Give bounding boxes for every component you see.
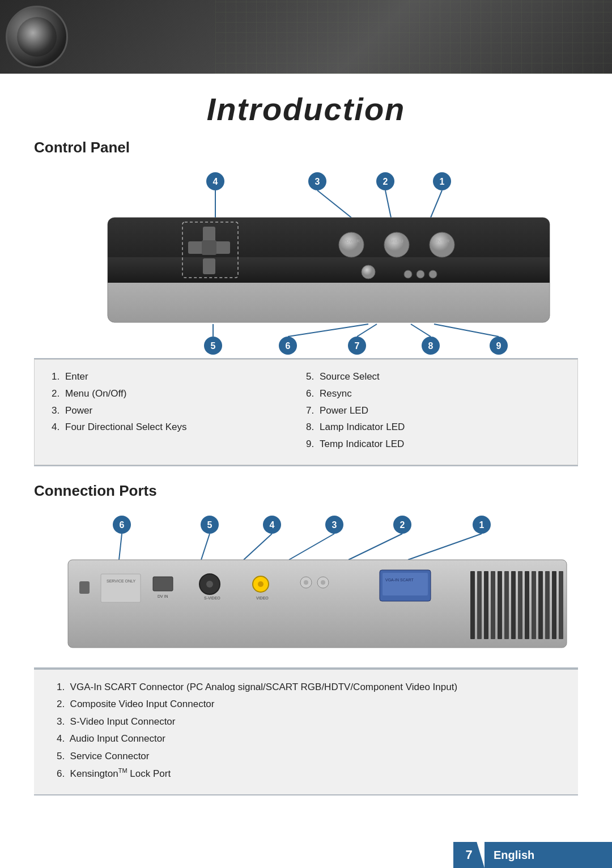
svg-rect-15 — [203, 227, 215, 242]
svg-text:6: 6 — [286, 341, 291, 351]
svg-rect-95 — [552, 571, 556, 639]
footer: 7 English — [0, 842, 612, 868]
svg-text:MENU: MENU — [390, 239, 403, 244]
control-panel-section: Control Panel 4 3 2 1 — [34, 139, 578, 466]
svg-rect-17 — [188, 241, 204, 254]
svg-point-79 — [321, 580, 325, 585]
svg-text:5: 5 — [211, 341, 216, 351]
svg-line-63 — [408, 534, 482, 560]
control-panel-svg: 4 3 2 1 — [34, 165, 578, 358]
svg-point-27 — [362, 265, 375, 279]
svg-point-30 — [429, 270, 437, 278]
svg-line-58 — [119, 534, 122, 560]
items-col-right: 5. Source Select 6. Resync 7. Power LED … — [306, 370, 560, 454]
top-banner — [0, 0, 612, 74]
svg-rect-92 — [532, 571, 536, 639]
svg-rect-16 — [203, 258, 215, 274]
svg-rect-19 — [202, 240, 216, 255]
svg-text:POWER: POWER — [343, 239, 360, 244]
page-title: Introduction — [0, 74, 612, 139]
svg-rect-96 — [559, 571, 563, 639]
svg-line-11 — [431, 190, 442, 218]
svg-text:3: 3 — [315, 177, 320, 186]
list-item: 1. Enter — [52, 370, 306, 384]
svg-text:SERVICE ONLY: SERVICE ONLY — [107, 579, 135, 583]
svg-rect-89 — [511, 571, 516, 639]
items-col-left: 1. Enter 2. Menu (On/Off) 3. Power 4. Fo… — [52, 370, 306, 454]
svg-point-74 — [258, 581, 264, 587]
svg-rect-66 — [101, 574, 141, 602]
svg-text:S-VIDEO: S-VIDEO — [204, 596, 220, 600]
list-item: 5. Service Connector — [57, 749, 555, 764]
svg-rect-68 — [153, 577, 173, 591]
list-item: 1. VGA-In SCART Connector (PC Analog sig… — [57, 680, 555, 695]
svg-point-21 — [339, 232, 364, 257]
list-item: 5. Source Select — [306, 370, 560, 384]
list-item: 2. Composite Video Input Connector — [57, 697, 555, 712]
list-item: 8. Lamp Indicator LED — [306, 420, 560, 434]
list-item: 2. Menu (On/Off) — [52, 387, 306, 401]
svg-line-42 — [411, 324, 431, 337]
lens-decoration — [6, 6, 68, 68]
svg-line-45 — [434, 324, 499, 337]
svg-line-36 — [288, 324, 368, 337]
svg-text:1: 1 — [440, 177, 445, 186]
svg-point-71 — [206, 581, 213, 588]
svg-text:2: 2 — [400, 520, 405, 530]
svg-text:3: 3 — [332, 520, 337, 530]
svg-line-61 — [289, 534, 334, 560]
svg-text:ENTER: ENTER — [434, 239, 449, 244]
control-panel-items: 1. Enter 2. Menu (On/Off) 3. Power 4. Fo… — [34, 359, 578, 465]
svg-text:7: 7 — [355, 341, 360, 351]
svg-rect-91 — [525, 571, 529, 639]
svg-rect-86 — [491, 571, 495, 639]
list-item: 9. Temp Indicator LED — [306, 437, 560, 451]
control-panel-heading: Control Panel — [34, 139, 578, 156]
svg-rect-90 — [518, 571, 522, 639]
list-item: 7. Power LED — [306, 404, 560, 418]
svg-text:2: 2 — [383, 177, 388, 186]
svg-rect-84 — [477, 571, 482, 639]
svg-rect-65 — [79, 581, 90, 594]
svg-rect-81 — [382, 573, 428, 595]
main-content: Control Panel 4 3 2 1 — [0, 139, 612, 795]
list-item: 4. Audio Input Connector — [57, 731, 555, 746]
svg-line-39 — [357, 324, 377, 337]
svg-rect-87 — [498, 571, 502, 639]
svg-text:9: 9 — [496, 341, 502, 351]
svg-line-59 — [201, 534, 210, 560]
svg-rect-83 — [470, 571, 475, 639]
separator-bottom — [34, 465, 578, 466]
connection-ports-svg: 6 5 4 3 2 1 — [34, 509, 578, 667]
svg-text:4: 4 — [270, 520, 275, 530]
svg-point-77 — [304, 580, 308, 585]
connection-ports-diagram: 6 5 4 3 2 1 — [34, 509, 578, 667]
svg-point-25 — [430, 232, 454, 257]
list-item: 6. Resync — [306, 387, 560, 401]
footer-page-number: 7 — [453, 842, 484, 868]
svg-line-9 — [317, 190, 351, 218]
svg-line-60 — [244, 534, 272, 560]
svg-text:6: 6 — [120, 520, 125, 530]
svg-text:5: 5 — [207, 520, 212, 530]
control-panel-diagram: 4 3 2 1 — [34, 165, 578, 358]
connection-ports-items: 1. VGA-In SCART Connector (PC Analog sig… — [34, 669, 578, 795]
footer-language: English — [484, 842, 612, 868]
svg-point-29 — [416, 270, 424, 278]
list-item: 3. S-Video Input Connector — [57, 714, 555, 729]
grid-background — [215, 0, 612, 74]
svg-rect-14 — [108, 257, 550, 283]
svg-point-23 — [384, 232, 409, 257]
svg-rect-88 — [504, 571, 509, 639]
svg-text:VGA-IN SCART: VGA-IN SCART — [385, 578, 414, 582]
svg-line-62 — [348, 534, 402, 560]
list-item: 3. Power — [52, 404, 306, 418]
svg-point-28 — [404, 270, 412, 278]
svg-text:1: 1 — [479, 520, 484, 530]
svg-text:4: 4 — [213, 177, 218, 186]
svg-rect-18 — [214, 241, 230, 254]
list-item: 6. KensingtonTM Lock Port — [57, 766, 555, 781]
svg-rect-85 — [484, 571, 488, 639]
connection-ports-section: Connection Ports 6 5 — [34, 482, 578, 795]
list-item: 4. Four Directional Select Keys — [52, 420, 306, 434]
